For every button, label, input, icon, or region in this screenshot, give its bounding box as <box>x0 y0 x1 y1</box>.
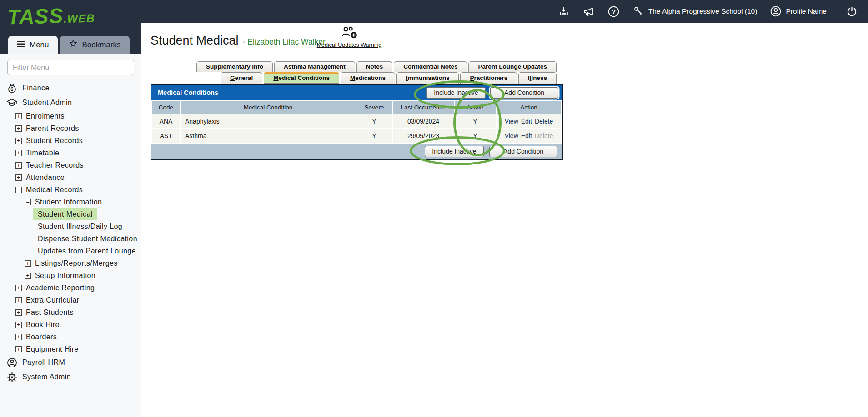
tass-web-logo: TASS.WEB <box>7 2 95 29</box>
help-icon: ? <box>607 5 620 18</box>
sidebar-item-finance[interactable]: $Finance <box>0 81 141 95</box>
tab-menu[interactable]: Menu <box>8 36 58 54</box>
help-button[interactable]: ? <box>607 5 620 18</box>
expand-icon[interactable]: + <box>15 138 22 144</box>
person-icon <box>6 357 17 368</box>
page-title: Student Medical <box>151 34 239 47</box>
tab-asthma-management[interactable]: Asthma Management <box>274 61 355 72</box>
tab-parent-lounge-updates[interactable]: Parent Lounge Updates <box>468 61 557 72</box>
key-icon <box>632 5 644 17</box>
downloads-button[interactable] <box>558 5 570 17</box>
sidebar-item-academic-reporting[interactable]: +Academic Reporting <box>0 282 141 294</box>
filter-menu-input[interactable] <box>7 60 134 75</box>
profile-menu[interactable]: Profile Name <box>770 5 827 17</box>
add-condition-button-top[interactable]: Add Condition <box>490 87 558 99</box>
sidebar-item-system-admin[interactable]: System Admin <box>0 370 141 384</box>
col-severe: Severe <box>356 101 392 114</box>
sidebar-item-payroll-hrm[interactable]: Payroll HRM <box>0 355 141 370</box>
sidebar-item-label: Student Medical <box>33 208 97 220</box>
sidebar-item-label: Academic Reporting <box>26 284 95 292</box>
tab-notes[interactable]: Notes <box>356 61 393 72</box>
sidebar-item-setup-information[interactable]: +Setup Information <box>0 269 141 282</box>
menu-tab-label: Menu <box>30 40 49 50</box>
tab-supplementary-info[interactable]: Supplementary Info <box>196 61 273 72</box>
delete-link[interactable]: Delete <box>535 118 553 125</box>
include-inactive-button-top[interactable]: Include Inactive <box>426 87 486 99</box>
expand-icon[interactable]: + <box>15 334 22 340</box>
tab-general[interactable]: General <box>221 72 262 84</box>
main-content: Student Medical- Elizabeth Lilac Walker … <box>141 23 868 417</box>
tab-medications[interactable]: Medications <box>341 72 395 84</box>
include-inactive-button-bottom[interactable]: Include Inactive <box>425 146 484 157</box>
expand-icon[interactable]: + <box>25 273 31 279</box>
tab-medical-conditions[interactable]: Medical Conditions <box>264 72 339 84</box>
view-link[interactable]: View <box>505 118 518 125</box>
expand-icon[interactable]: + <box>25 260 31 267</box>
profile-name-label: Profile Name <box>786 7 827 15</box>
expand-icon[interactable]: + <box>15 297 22 303</box>
tab-immunisations[interactable]: Immunisations <box>396 72 459 84</box>
sidebar-item-student-records[interactable]: +Student Records <box>0 134 141 147</box>
school-name-label: The Alpha Progressive School (10) <box>648 7 758 15</box>
sidebar-item-book-hire[interactable]: +Book Hire <box>0 318 141 331</box>
view-link[interactable]: View <box>505 132 518 139</box>
sidebar-item-listings-reports-merges[interactable]: +Listings/Reports/Merges <box>0 257 141 269</box>
tab-illness[interactable]: Illness <box>518 72 557 84</box>
download-icon <box>558 5 570 17</box>
panel-footer-bar: Include Inactive Add Condition <box>151 144 562 159</box>
sidebar-item-enrolments[interactable]: +Enrolments <box>0 110 141 122</box>
collapse-icon[interactable]: − <box>25 199 31 205</box>
sidebar-item-label: Student Information <box>35 198 102 206</box>
sidebar-item-label: Student Records <box>26 137 83 145</box>
sidebar-item-extra-curricular[interactable]: +Extra Curricular <box>0 294 141 306</box>
sidebar-item-label: Equipment Hire <box>26 345 79 353</box>
panel-title: Medical Conditions <box>151 89 426 96</box>
logout-button[interactable] <box>846 5 858 18</box>
expand-icon[interactable]: + <box>15 346 22 352</box>
cell-code: ANA <box>152 114 180 128</box>
svg-text:?: ? <box>612 8 616 15</box>
graduation-cap-icon <box>6 97 17 108</box>
announcements-button[interactable] <box>582 5 595 18</box>
sidebar-item-teacher-records[interactable]: +Teacher Records <box>0 159 141 171</box>
panel-title-bar: Medical Conditions Include Inactive Add … <box>151 85 562 100</box>
collapse-icon[interactable]: − <box>15 187 22 193</box>
expand-icon[interactable]: + <box>15 125 22 132</box>
expand-icon[interactable]: + <box>15 150 22 156</box>
tab-confidential-notes[interactable]: Confidential Notes <box>394 61 467 72</box>
sidebar-item-label: Student Illness/Daily Log <box>38 223 122 231</box>
sidebar-item-label: Dispense Student Medication <box>38 235 137 243</box>
cell-sev: Y <box>356 114 392 128</box>
sidebar-item-student-information[interactable]: −Student Information <box>0 196 141 208</box>
sidebar-item-medical-records[interactable]: −Medical Records <box>0 184 141 196</box>
expand-icon[interactable]: + <box>15 285 22 291</box>
expand-icon[interactable]: + <box>15 309 22 316</box>
sidebar-item-attendance[interactable]: +Attendance <box>0 171 141 184</box>
tab-bookmarks[interactable]: Bookmarks <box>60 36 130 54</box>
sidebar-item-label: Medical Records <box>26 186 83 194</box>
expand-icon[interactable]: + <box>15 162 22 169</box>
add-condition-button-bottom[interactable]: Add Condition <box>489 146 557 157</box>
medical-conditions-panel: Medical Conditions Include Inactive Add … <box>151 84 563 160</box>
sidebar-item-student-medical[interactable]: Student Medical <box>0 208 141 220</box>
sidebar-item-boarders[interactable]: +Boarders <box>0 331 141 343</box>
sidebar-item-student-admin[interactable]: Student Admin <box>0 95 141 110</box>
sidebar-item-label: Attendance <box>26 174 65 182</box>
tab-practitioners[interactable]: Practitioners <box>460 72 517 84</box>
expand-icon[interactable]: + <box>15 113 22 119</box>
sidebar-item-equipment-hire[interactable]: +Equipment Hire <box>0 343 141 355</box>
sidebar-item-label: Payroll HRM <box>22 358 65 367</box>
edit-link[interactable]: Edit <box>521 132 532 139</box>
sidebar-item-dispense-student-medication[interactable]: Dispense Student Medication <box>0 233 141 245</box>
sidebar-item-updates-from-parent-lounge[interactable]: Updates from Parent Lounge <box>0 245 141 257</box>
sidebar-item-student-illness-daily-log[interactable]: Student Illness/Daily Log <box>0 220 141 233</box>
medical-updates-warning-link[interactable]: Medical Updates Warning <box>312 25 386 48</box>
sidebar-item-past-students[interactable]: +Past Students <box>0 306 141 318</box>
expand-icon[interactable]: + <box>15 174 22 181</box>
edit-link[interactable]: Edit <box>521 118 532 125</box>
sidebar-item-timetable[interactable]: +Timetable <box>0 147 141 159</box>
sidebar-item-parent-records[interactable]: +Parent Records <box>0 122 141 134</box>
sidebar-item-label: Past Students <box>26 308 74 317</box>
expand-icon[interactable]: + <box>15 322 22 328</box>
school-selector[interactable]: The Alpha Progressive School (10) <box>632 5 758 17</box>
